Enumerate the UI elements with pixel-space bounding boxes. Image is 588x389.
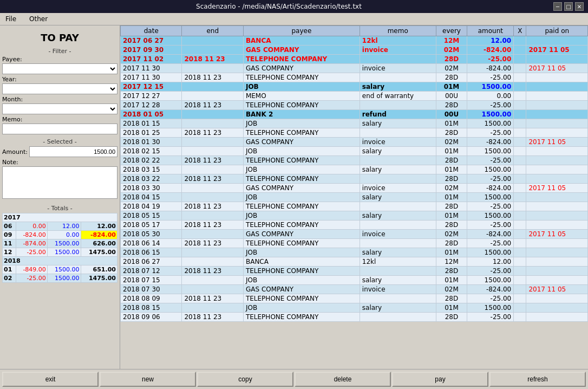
note-label: Note: <box>2 159 117 166</box>
exit-button[interactable]: exit <box>2 372 99 387</box>
payee-label: Payee: <box>2 56 117 63</box>
table-body: 2017 06 27BANCA12kl12M12.002017 09 30GAS… <box>121 36 588 322</box>
panel-title: TO PAY <box>2 28 117 46</box>
pay-button[interactable]: pay <box>392 372 488 387</box>
month-label: Month: <box>2 96 117 103</box>
table-row[interactable]: 2017 11 022018 11 23TELEPHONE COMPANY28D… <box>121 55 588 64</box>
copy-button[interactable]: copy <box>197 372 293 387</box>
totals-section: - Totals - 2017060.0012.0012.0009-824.00… <box>2 203 117 283</box>
table-row[interactable]: 2018 01 252018 11 23TELEPHONE COMPANY28D… <box>121 128 588 138</box>
table-row[interactable]: 2018 02 15JOBsalary01M1500.00 <box>121 147 588 156</box>
table-row[interactable]: 2018 06 27BANCA12kl12M12.00 <box>121 257 588 267</box>
table-row[interactable]: 2018 09 062018 11 23TELEPHONE COMPANY28D… <box>121 313 588 322</box>
month-field-row: Month: <box>2 96 117 114</box>
table-row[interactable]: 2018 04 192018 11 23TELEPHONE COMPANY28D… <box>121 202 588 211</box>
table-row[interactable]: 2018 08 092018 11 23TELEPHONE COMPANY28D… <box>121 294 588 303</box>
table-row[interactable]: 2018 07 30GAS COMPANYinvoice02M-824.0020… <box>121 285 588 294</box>
table-row[interactable]: 2018 05 30GAS COMPANYinvoice02M-824.0020… <box>121 230 588 239</box>
table-row[interactable]: 2018 06 15JOBsalary01M1500.00 <box>121 248 588 257</box>
note-field-row: Note: <box>2 159 117 199</box>
table-row[interactable]: 2018 01 05BANK 2refund00U1500.00 <box>121 110 588 119</box>
table-row[interactable]: 2017 12 27MEMOend of warranty00U0.00 <box>121 92 588 101</box>
table-row[interactable]: 2018 04 15JOBsalary01M1500.00 <box>121 193 588 202</box>
note-textarea[interactable] <box>2 166 117 199</box>
left-panel: TO PAY - Filter - Payee: Year: Month: Me… <box>0 25 120 369</box>
table-row[interactable]: 2017 12 15JOBsalary01M1500.00 <box>121 82 588 92</box>
table-row[interactable]: 2018 03 15JOBsalary01M1500.00 <box>121 165 588 174</box>
table-row[interactable]: 2018 05 15JOBsalary01M1500.00 <box>121 211 588 221</box>
table-header-X: X <box>514 26 526 36</box>
table-header-end: end <box>182 26 243 36</box>
totals-row: 01-849.001500.00651.00 <box>3 265 117 274</box>
table-row[interactable]: 2017 11 302018 11 23TELEPHONE COMPANY28D… <box>121 73 588 82</box>
main-table: dateendpayeememoeveryamountXpaid on 2017… <box>120 25 588 322</box>
selected-label: - Selected - <box>2 136 117 146</box>
table-row[interactable]: 2017 09 30GAS COMPANYinvoice02M-824.0020… <box>121 46 588 55</box>
table-header-amount: amount <box>467 26 514 36</box>
filter-label: - Filter - <box>2 46 117 56</box>
table-row[interactable]: 2018 07 15JOBsalary01M1500.00 <box>121 276 588 285</box>
year-field-row: Year: <box>2 76 117 94</box>
totals-row: 02-25.001500.001475.00 <box>3 274 117 283</box>
payee-field-row: Payee: <box>2 56 117 74</box>
main-content: TO PAY - Filter - Payee: Year: Month: Me… <box>0 25 588 369</box>
amount-input[interactable] <box>29 146 117 157</box>
table-row[interactable]: 2018 01 30GAS COMPANYinvoice02M-824.0020… <box>121 138 588 147</box>
amount-row: Amount: <box>2 146 117 157</box>
table-row[interactable]: 2018 03 30GAS COMPANYinvoice02M-824.0020… <box>121 184 588 193</box>
table-header-payee: payee <box>243 26 360 36</box>
titlebar: Scadenzario - /media/NAS/Arti/Scadenzari… <box>0 0 588 13</box>
memo-label: Memo: <box>2 116 117 123</box>
totals-label: - Totals - <box>2 203 117 213</box>
table-header-paidon: paid on <box>526 26 588 36</box>
table-header: dateendpayeememoeveryamountXpaid on <box>121 26 588 36</box>
maximize-button[interactable]: □ <box>564 2 573 11</box>
table-row[interactable]: 2017 06 27BANCA12kl12M12.00 <box>121 36 588 46</box>
right-panel: dateendpayeememoeveryamountXpaid on 2017… <box>120 25 588 369</box>
amount-label: Amount: <box>2 148 29 155</box>
table-row[interactable]: 2018 08 15JOBsalary01M1500.00 <box>121 303 588 313</box>
totals-row: 060.0012.0012.00 <box>3 222 117 231</box>
table-header-every: every <box>436 26 467 36</box>
table-row[interactable]: 2018 01 15JOBsalary01M1500.00 <box>121 119 588 128</box>
totals-row: 09-824.000.00-824.00 <box>3 231 117 239</box>
menu-other[interactable]: Other <box>26 14 51 24</box>
table-header-memo: memo <box>360 26 436 36</box>
table-row[interactable]: 2018 07 122018 11 23TELEPHONE COMPANY28D… <box>121 267 588 276</box>
refresh-button[interactable]: refresh <box>489 372 586 387</box>
titlebar-controls: − □ ✕ <box>553 2 584 11</box>
table-row[interactable]: 2018 02 222018 11 23TELEPHONE COMPANY28D… <box>121 156 588 165</box>
table-row[interactable]: 2017 12 282018 11 23TELEPHONE COMPANY28D… <box>121 101 588 110</box>
table-container[interactable]: dateendpayeememoeveryamountXpaid on 2017… <box>120 25 588 369</box>
close-button[interactable]: ✕ <box>575 2 584 11</box>
delete-button[interactable]: delete <box>295 372 391 387</box>
memo-input[interactable] <box>2 124 117 134</box>
table-row[interactable]: 2018 06 142018 11 23TELEPHONE COMPANY28D… <box>121 239 588 248</box>
totals-row: 11-874.001500.00626.00 <box>3 239 117 248</box>
menu-file[interactable]: File <box>2 14 19 24</box>
table-row[interactable]: 2018 03 222018 11 23TELEPHONE COMPANY28D… <box>121 174 588 184</box>
year-select[interactable] <box>2 83 117 94</box>
toolbar: exit new copy delete pay refresh <box>0 369 588 389</box>
table-row[interactable]: 2018 05 172018 11 23TELEPHONE COMPANY28D… <box>121 221 588 230</box>
payee-select[interactable] <box>2 63 117 74</box>
minimize-button[interactable]: − <box>553 2 562 11</box>
month-select[interactable] <box>2 103 117 114</box>
table-row[interactable]: 2017 11 30GAS COMPANYinvoice02M-824.0020… <box>121 64 588 73</box>
year-label: Year: <box>2 76 117 83</box>
totals-table: 2017060.0012.0012.0009-824.000.00-824.00… <box>2 213 117 283</box>
titlebar-title: Scadenzario - /media/NAS/Arti/Scadenzari… <box>4 3 553 10</box>
menubar: File Other <box>0 13 588 25</box>
table-header-date: date <box>121 26 182 36</box>
totals-row: 12-25.001500.001475.00 <box>3 248 117 257</box>
memo-field-row: Memo: <box>2 116 117 134</box>
new-button[interactable]: new <box>100 372 196 387</box>
